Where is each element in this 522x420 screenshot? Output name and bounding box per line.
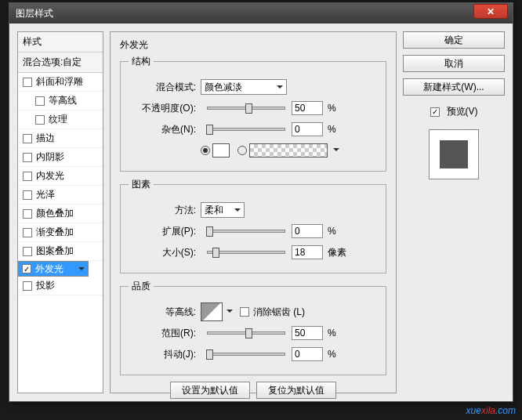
style-checkbox[interactable]: ✓	[22, 264, 31, 273]
jitter-label: 抖动(J):	[129, 348, 201, 361]
style-label: 外发光	[35, 262, 63, 276]
jitter-slider[interactable]	[207, 353, 285, 356]
opacity-input[interactable]	[292, 101, 323, 115]
blend-mode-select[interactable]: 颜色减淡	[201, 79, 287, 95]
size-input[interactable]	[292, 245, 323, 259]
style-checkbox[interactable]	[35, 96, 45, 106]
settings-panel: 外发光 结构 混合模式: 颜色减淡 不透明度(O): % 杂色(N):	[110, 31, 397, 393]
style-row-8[interactable]: 渐变叠加	[18, 223, 103, 242]
style-label: 内阴影	[36, 150, 64, 164]
style-row-6[interactable]: 光泽	[18, 186, 103, 205]
reset-default-button[interactable]: 复位为默认值	[256, 382, 336, 399]
antialias-label: 消除锯齿 (L)	[253, 306, 305, 319]
style-checkbox[interactable]	[23, 153, 32, 162]
antialias-checkbox[interactable]	[240, 307, 249, 317]
styles-sidebar: 样式 混合选项:自定 斜面和浮雕等高线纹理描边内阴影内发光光泽颜色叠加渐变叠加图…	[17, 31, 103, 393]
color-swatch[interactable]	[212, 143, 230, 158]
preview-checkbox[interactable]: ✓	[430, 107, 440, 117]
panel-title: 外发光	[120, 38, 386, 52]
opacity-slider[interactable]	[207, 107, 285, 110]
style-row-10[interactable]: ✓外发光	[18, 261, 89, 277]
style-row-9[interactable]: 图案叠加	[18, 242, 103, 261]
range-unit: %	[328, 328, 336, 339]
structure-group: 结构 混合模式: 颜色减淡 不透明度(O): % 杂色(N): %	[120, 55, 386, 172]
size-label: 大小(S):	[129, 246, 201, 259]
style-row-7[interactable]: 颜色叠加	[18, 205, 103, 223]
noise-unit: %	[328, 124, 336, 135]
style-row-0[interactable]: 斜面和浮雕	[18, 73, 103, 92]
jitter-unit: %	[328, 349, 336, 360]
gradient-picker[interactable]	[249, 143, 328, 158]
preview-label: 预览(V)	[447, 105, 478, 118]
range-label: 范围(R):	[129, 327, 201, 340]
watermark: xuexila.com	[466, 403, 516, 417]
blend-mode-label: 混合模式:	[129, 81, 201, 94]
actions-column: 确定 取消 新建样式(W)... ✓ 预览(V)	[403, 31, 505, 393]
quality-group: 品质 等高线: 消除锯齿 (L) 范围(R): % 抖动(J):	[120, 280, 386, 375]
style-checkbox[interactable]	[35, 115, 45, 125]
styles-header[interactable]: 样式	[18, 32, 103, 52]
opacity-unit: %	[328, 103, 336, 114]
style-label: 斜面和浮雕	[36, 75, 83, 89]
noise-input[interactable]	[292, 122, 323, 136]
style-checkbox[interactable]	[23, 134, 32, 143]
dialog-body: 样式 混合选项:自定 斜面和浮雕等高线纹理描边内阴影内发光光泽颜色叠加渐变叠加图…	[9, 24, 513, 401]
style-row-2[interactable]: 纹理	[18, 110, 103, 129]
gradient-radio[interactable]	[237, 146, 247, 155]
jitter-input[interactable]	[292, 347, 323, 361]
size-unit: 像素	[328, 246, 346, 259]
style-checkbox[interactable]	[23, 172, 32, 181]
style-label: 内发光	[36, 169, 64, 183]
quality-legend: 品质	[129, 280, 154, 293]
new-style-button[interactable]: 新建样式(W)...	[403, 78, 505, 96]
spread-unit: %	[328, 226, 336, 237]
layer-style-dialog: 图层样式 ✕ 样式 混合选项:自定 斜面和浮雕等高线纹理描边内阴影内发光光泽颜色…	[9, 2, 513, 402]
noise-slider[interactable]	[207, 128, 285, 131]
window-title: 图层样式	[16, 7, 53, 20]
style-row-4[interactable]: 内阴影	[18, 148, 103, 167]
preview-swatch	[440, 140, 468, 168]
style-label: 纹理	[49, 113, 67, 126]
style-label: 颜色叠加	[36, 207, 74, 220]
ok-button[interactable]: 确定	[403, 31, 505, 49]
style-row-3[interactable]: 描边	[18, 129, 103, 148]
range-slider[interactable]	[207, 331, 285, 335]
elements-group: 图素 方法: 柔和 扩展(P): % 大小(S): 像素	[120, 178, 386, 273]
style-label: 投影	[36, 279, 55, 292]
style-row-11[interactable]: 投影	[18, 277, 103, 295]
style-label: 图案叠加	[36, 244, 74, 258]
contour-picker[interactable]	[201, 302, 223, 321]
style-label: 描边	[36, 132, 55, 145]
close-button[interactable]: ✕	[473, 4, 508, 19]
make-default-button[interactable]: 设置为默认值	[170, 382, 250, 399]
structure-legend: 结构	[129, 55, 154, 68]
style-checkbox[interactable]	[23, 281, 32, 291]
style-checkbox[interactable]	[23, 209, 32, 219]
close-icon: ✕	[487, 6, 495, 17]
style-checkbox[interactable]	[23, 190, 32, 200]
style-label: 光泽	[36, 188, 55, 201]
spread-label: 扩展(P):	[129, 225, 201, 238]
size-slider[interactable]	[207, 251, 285, 254]
style-row-1[interactable]: 等高线	[18, 92, 103, 110]
style-checkbox[interactable]	[23, 247, 32, 256]
spread-input[interactable]	[292, 224, 323, 238]
style-checkbox[interactable]	[23, 78, 32, 87]
spread-slider[interactable]	[207, 230, 285, 233]
style-label: 渐变叠加	[36, 226, 74, 239]
style-checkbox[interactable]	[23, 228, 32, 237]
preview-box	[429, 129, 479, 179]
style-label: 等高线	[49, 94, 77, 107]
noise-label: 杂色(N):	[129, 123, 201, 136]
titlebar[interactable]: 图层样式 ✕	[9, 3, 513, 24]
elements-legend: 图素	[129, 178, 154, 191]
opacity-label: 不透明度(O):	[129, 102, 201, 115]
technique-select[interactable]: 柔和	[201, 202, 245, 218]
blend-options-row[interactable]: 混合选项:自定	[18, 52, 103, 73]
cancel-button[interactable]: 取消	[403, 55, 505, 72]
contour-label: 等高线:	[129, 306, 201, 319]
style-row-5[interactable]: 内发光	[18, 167, 103, 186]
range-input[interactable]	[292, 326, 323, 340]
technique-label: 方法:	[129, 204, 201, 217]
color-radio[interactable]	[201, 146, 210, 155]
